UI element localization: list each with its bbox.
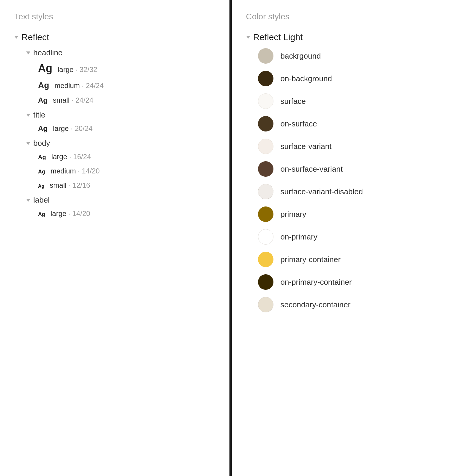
title-large-item: Ag large · 20/24 xyxy=(38,124,215,133)
body-medium-meta: medium · 14/20 xyxy=(51,167,100,175)
color-item-on-primary[interactable]: on-primary xyxy=(258,229,447,245)
body-medium-item: Ag medium · 14/20 xyxy=(38,167,215,175)
reflect-section-header[interactable]: Reflect xyxy=(14,32,215,42)
color-name-on-primary-container: on-primary-container xyxy=(281,278,352,287)
color-swatch-on-background xyxy=(258,71,273,86)
color-item-surface[interactable]: surface xyxy=(258,93,447,109)
color-swatch-background xyxy=(258,48,273,64)
text-styles-title: Text styles xyxy=(14,12,215,21)
color-name-secondary-container: secondary-container xyxy=(281,300,351,309)
headline-subsection-header[interactable]: headline xyxy=(26,48,215,57)
body-subsection-header[interactable]: body xyxy=(26,139,215,148)
color-name-on-primary: on-primary xyxy=(281,232,317,242)
color-swatch-surface xyxy=(258,93,273,109)
title-subsection-header[interactable]: title xyxy=(26,110,215,120)
color-name-on-background: on-background xyxy=(281,74,332,83)
color-swatch-on-surface xyxy=(258,116,273,131)
body-large-ag: Ag xyxy=(38,154,46,161)
body-small-ag: Ag xyxy=(38,184,44,189)
color-item-on-surface[interactable]: on-surface xyxy=(258,116,447,131)
headline-small-item: Ag small · 24/24 xyxy=(38,96,215,104)
color-swatch-secondary-container xyxy=(258,297,273,312)
color-swatch-on-primary-container xyxy=(258,274,273,290)
body-large-meta: large · 16/24 xyxy=(51,153,91,161)
label-large-meta: large · 14/20 xyxy=(51,209,90,218)
color-styles-title: Color styles xyxy=(246,12,447,21)
color-swatch-surface-variant xyxy=(258,139,273,154)
color-list: backrgound on-background surface on-surf… xyxy=(246,48,447,312)
headline-subsection-label: headline xyxy=(33,48,62,57)
label-subsection-header[interactable]: label xyxy=(26,195,215,205)
color-item-on-primary-container[interactable]: on-primary-container xyxy=(258,274,447,290)
color-item-secondary-container[interactable]: secondary-container xyxy=(258,297,447,312)
reflect-light-chevron-icon xyxy=(246,36,250,39)
headline-large-item: Ag large · 32/32 xyxy=(38,62,215,75)
body-medium-ag: Ag xyxy=(38,169,45,175)
title-large-meta: large · 20/24 xyxy=(53,124,92,133)
color-name-on-surface: on-surface xyxy=(281,119,317,129)
color-styles-panel: Color styles Reflect Light backrgound on… xyxy=(232,0,461,476)
color-swatch-on-surface-variant xyxy=(258,161,273,177)
body-subsection-label: body xyxy=(33,139,50,148)
color-name-surface-variant-disabled: surface-variant-disabled xyxy=(281,187,363,196)
headline-small-meta: small · 24/24 xyxy=(53,96,93,104)
color-swatch-surface-variant-disabled xyxy=(258,184,273,199)
title-subsection-label: title xyxy=(33,110,45,120)
headline-medium-ag: Ag xyxy=(38,81,49,90)
reflect-light-section-label: Reflect Light xyxy=(253,32,303,42)
label-subsection-label: label xyxy=(33,195,50,205)
body-small-meta: small · 12/16 xyxy=(50,181,90,190)
color-name-primary: primary xyxy=(281,210,306,219)
text-styles-panel: Text styles Reflect headline Ag large · … xyxy=(0,0,232,476)
headline-small-ag: Ag xyxy=(38,96,48,104)
label-large-item: Ag large · 14/20 xyxy=(38,209,215,218)
color-swatch-primary xyxy=(258,206,273,222)
headline-large-ag: Ag xyxy=(38,62,52,75)
color-name-background: backrgound xyxy=(281,51,321,61)
title-large-ag: Ag xyxy=(38,124,48,133)
color-swatch-primary-container xyxy=(258,252,273,267)
body-chevron-icon xyxy=(26,142,30,145)
reflect-chevron-icon xyxy=(14,36,18,39)
title-chevron-icon xyxy=(26,114,30,117)
body-large-item: Ag large · 16/24 xyxy=(38,153,215,161)
body-small-item: Ag small · 12/16 xyxy=(38,181,215,190)
reflect-light-section-header[interactable]: Reflect Light xyxy=(246,32,447,42)
headline-medium-meta: medium · 24/24 xyxy=(54,82,103,90)
label-chevron-icon xyxy=(26,199,30,202)
reflect-section-label: Reflect xyxy=(21,32,49,42)
color-item-on-surface-variant[interactable]: on-surface-variant xyxy=(258,161,447,177)
color-name-surface: surface xyxy=(281,97,306,106)
headline-large-meta: large · 32/32 xyxy=(58,65,97,74)
headline-medium-item: Ag medium · 24/24 xyxy=(38,81,215,90)
color-item-primary-container[interactable]: primary-container xyxy=(258,252,447,267)
headline-chevron-icon xyxy=(26,51,30,54)
color-swatch-on-primary xyxy=(258,229,273,245)
color-item-on-background[interactable]: on-background xyxy=(258,71,447,86)
color-item-primary[interactable]: primary xyxy=(258,206,447,222)
color-name-primary-container: primary-container xyxy=(281,255,341,264)
label-large-ag: Ag xyxy=(38,211,45,217)
color-item-surface-variant[interactable]: surface-variant xyxy=(258,139,447,154)
color-name-on-surface-variant: on-surface-variant xyxy=(281,165,343,174)
color-name-surface-variant: surface-variant xyxy=(281,142,332,151)
color-item-background[interactable]: backrgound xyxy=(258,48,447,64)
color-item-surface-variant-disabled[interactable]: surface-variant-disabled xyxy=(258,184,447,199)
